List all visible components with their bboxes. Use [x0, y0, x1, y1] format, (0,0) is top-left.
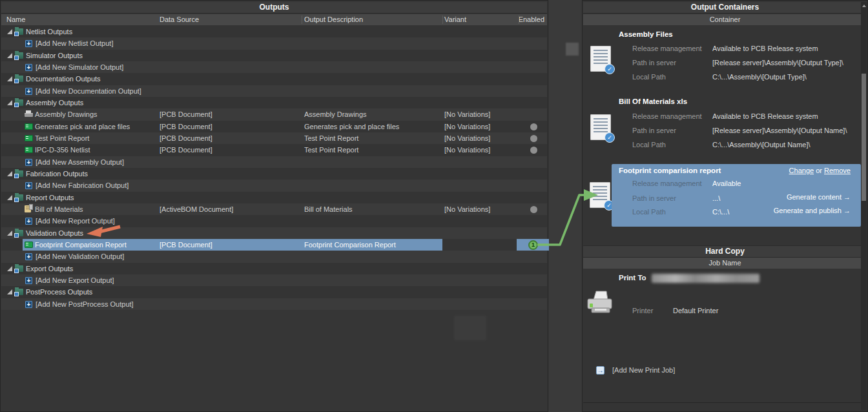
- outputs-column-headers: Name Data Source Output Description Vari…: [1, 14, 547, 25]
- output-folder-icon: [15, 76, 23, 82]
- output-variant[interactable]: [No Variations]: [444, 108, 490, 120]
- output-variant[interactable]: [No Variations]: [444, 121, 490, 132]
- output-variant[interactable]: [No Variations]: [444, 132, 490, 144]
- tree-row-output-bom[interactable]: Bill of Materials [ActiveBOM Document] B…: [1, 203, 547, 215]
- scrollbar-up-arrow-icon[interactable]: [862, 5, 866, 7]
- container-title-bom-xls[interactable]: Bill Of Materials xls: [619, 98, 687, 105]
- output-data-source[interactable]: [ActiveBOM Document]: [160, 203, 233, 215]
- add-print-job-label[interactable]: [Add New Print Job]: [612, 366, 675, 375]
- column-header-variant[interactable]: Variant: [444, 14, 466, 25]
- add-output-icon: [25, 218, 32, 225]
- expand-triangle-icon[interactable]: [7, 53, 12, 58]
- expand-triangle-icon[interactable]: [7, 76, 12, 81]
- tree-row-category-documentation[interactable]: Documentation Outputs: [1, 73, 547, 85]
- path-in-server-value[interactable]: [Release server]\Assembly\[Output Name]\: [712, 127, 847, 134]
- generate-content-link[interactable]: Generate content →: [787, 193, 851, 201]
- output-containers-panel: Output Containers Container Assembly Fil…: [582, 0, 868, 412]
- container-title-footprint: Footprint comparision report: [619, 167, 721, 174]
- release-management-value[interactable]: Available to PCB Release system: [712, 45, 818, 52]
- output-data-source[interactable]: [PCB Document]: [160, 132, 212, 144]
- output-data-source[interactable]: [PCB Document]: [160, 108, 212, 120]
- container-document-icon[interactable]: [590, 114, 611, 140]
- column-divider: [302, 15, 302, 24]
- tree-row-add-netlist[interactable]: [Add New Netlist Output]: [1, 37, 547, 49]
- tree-row-add-assembly[interactable]: [Add New Assembly Output]: [1, 156, 547, 168]
- release-management-value[interactable]: Available to PCB Release system: [712, 112, 818, 120]
- column-header-data-source[interactable]: Data Source: [160, 14, 199, 25]
- tree-row-category-export[interactable]: Export Outputs: [1, 263, 547, 274]
- expand-triangle-icon[interactable]: [7, 171, 12, 176]
- container-title-assembly-files[interactable]: Assembly Files: [619, 30, 673, 38]
- tree-row-output-assembly-drawings[interactable]: Assembly Drawings [PCB Document] Assembl…: [1, 108, 547, 120]
- tree-row-output-test-point[interactable]: Test Point Report [PCB Document] Test Po…: [1, 132, 547, 144]
- selected-container-card[interactable]: Footprint comparision report Change or R…: [612, 164, 861, 227]
- add-output-icon: [25, 277, 32, 284]
- output-name: Generates pick and place files: [35, 121, 130, 132]
- tree-row-category-fabrication[interactable]: Fabrication Outputs: [1, 168, 547, 180]
- tree-row-output-pick-place[interactable]: Generates pick and place files [PCB Docu…: [1, 121, 547, 132]
- tree-row-add-postprocess[interactable]: [Add New PostProcess Output]: [1, 298, 547, 310]
- add-output-icon: [25, 159, 32, 166]
- print-to-label: Print To: [619, 274, 646, 282]
- output-variant[interactable]: [No Variations]: [444, 144, 490, 156]
- enabled-indicator[interactable]: [530, 123, 537, 130]
- output-folder-icon: [15, 99, 23, 106]
- release-management-value[interactable]: Available: [712, 180, 741, 187]
- tree-row-add-report[interactable]: [Add New Report Output]: [1, 215, 547, 227]
- tree-row-category-report[interactable]: Report Outputs: [1, 192, 547, 203]
- expand-triangle-icon[interactable]: [7, 231, 12, 236]
- output-variant[interactable]: [No Variations]: [444, 203, 490, 215]
- tree-row-category-simulator[interactable]: Simulator Outputs: [1, 50, 547, 61]
- tree-row-category-validation[interactable]: Validation Outputs: [1, 227, 547, 239]
- tree-row-add-export[interactable]: [Add New Export Output]: [1, 274, 547, 286]
- expand-triangle-icon[interactable]: [7, 289, 12, 294]
- faded-artifact: [454, 316, 486, 340]
- column-header-output-description[interactable]: Output Description: [304, 14, 363, 25]
- expand-triangle-icon[interactable]: [7, 266, 12, 271]
- path-in-server-value[interactable]: ...\: [712, 194, 720, 202]
- column-header-name[interactable]: Name: [6, 14, 25, 25]
- enabled-indicator[interactable]: [530, 135, 537, 142]
- local-path-value[interactable]: C:\...\Assembly\[Output Type]\: [712, 73, 807, 81]
- output-folder-icon: [15, 230, 23, 236]
- output-data-source[interactable]: [PCB Document]: [160, 239, 212, 251]
- enabled-indicator[interactable]: [530, 206, 537, 213]
- add-print-job-icon: [596, 366, 604, 375]
- column-header-enabled[interactable]: Enabled: [519, 14, 544, 25]
- printer-value[interactable]: Default Printer: [673, 307, 718, 314]
- container-column-header[interactable]: Container: [583, 14, 867, 25]
- tree-row-output-ipc-netlist[interactable]: IPC-D-356 Netlist [PCB Document] Test Po…: [1, 144, 547, 156]
- tree-row-output-footprint-selected[interactable]: Footprint Comparison Report [PCB Documen…: [1, 239, 547, 251]
- tree-row-category-netlist[interactable]: Netlist Outputs: [1, 26, 547, 37]
- tree-row-add-fabrication[interactable]: [Add New Fabrication Output]: [1, 180, 547, 191]
- output-description: Generates pick and place files: [304, 121, 399, 132]
- expand-triangle-icon[interactable]: [7, 29, 12, 34]
- path-in-server-value[interactable]: [Release server]\Assembly\[Output Type]\: [712, 59, 843, 67]
- local-path-value[interactable]: C:\...\: [712, 208, 729, 216]
- tree-row-add-documentation[interactable]: [Add New Documentation Output]: [1, 85, 547, 97]
- tree-row-add-validation[interactable]: [Add New Validation Output]: [1, 251, 547, 262]
- printer-icon[interactable]: [586, 289, 614, 316]
- add-output-icon: [25, 253, 32, 260]
- add-output-icon: [25, 88, 32, 95]
- tree-row-category-postprocess[interactable]: PostProcess Outputs: [1, 286, 547, 298]
- change-link[interactable]: Change: [789, 167, 814, 174]
- scrollbar-thumb[interactable]: [862, 74, 866, 201]
- scrollbar[interactable]: [861, 2, 867, 410]
- enabled-connection-badge[interactable]: 1: [528, 240, 538, 250]
- expand-triangle-icon[interactable]: [7, 195, 12, 200]
- output-data-source[interactable]: [PCB Document]: [160, 121, 212, 132]
- job-name-column-header[interactable]: Job Name: [583, 258, 867, 269]
- tree-row-category-assembly[interactable]: Assembly Outputs: [1, 97, 547, 108]
- add-output-icon: [25, 64, 32, 71]
- output-data-source[interactable]: [PCB Document]: [160, 144, 212, 156]
- container-document-icon-selected[interactable]: [590, 182, 610, 208]
- container-document-icon[interactable]: [590, 46, 611, 72]
- generate-and-publish-link[interactable]: Generate and publish →: [774, 207, 851, 214]
- tree-row-add-simulator[interactable]: [Add New Simulator Output]: [1, 61, 547, 73]
- local-path-value[interactable]: C:\...\Assembly\[Output Name]\: [712, 141, 811, 149]
- remove-link[interactable]: Remove: [824, 167, 851, 174]
- enabled-indicator[interactable]: [530, 147, 537, 154]
- expand-triangle-icon[interactable]: [7, 100, 12, 105]
- output-description: Footprint Comparison Report: [304, 239, 396, 251]
